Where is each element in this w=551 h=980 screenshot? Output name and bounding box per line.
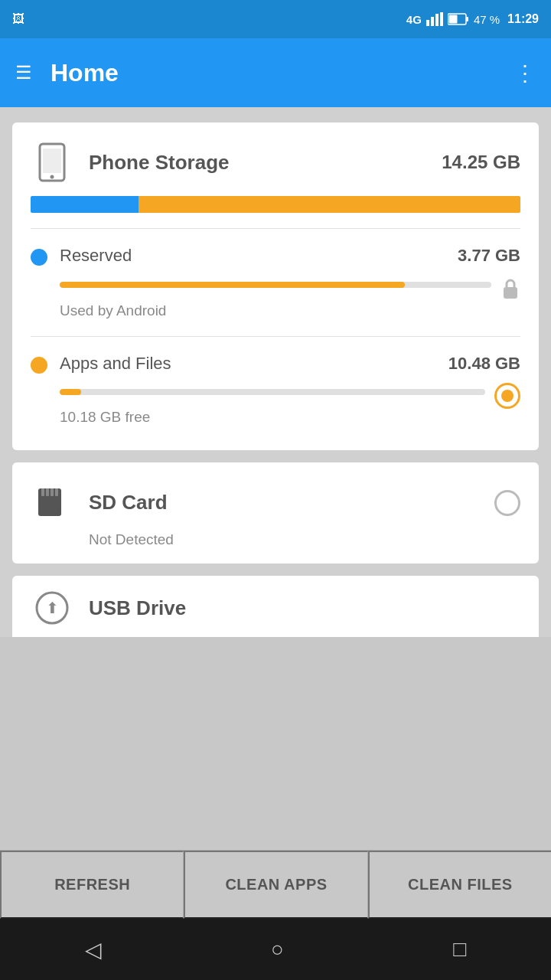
hamburger-icon[interactable]: ☰	[15, 62, 32, 83]
reserved-progress	[60, 282, 491, 288]
reserved-bar-row	[60, 273, 520, 302]
orange-segment	[139, 196, 520, 213]
storage-dual-bar	[31, 196, 520, 213]
reserved-dot	[31, 249, 47, 266]
status-icons: 4G 47 % 11:29	[406, 12, 539, 26]
radio-button[interactable]	[494, 383, 520, 409]
sd-card-card: SD Card Not Detected	[12, 462, 539, 564]
svg-rect-12	[41, 488, 44, 496]
apps-label: Apps and Files	[60, 354, 171, 374]
storage-total: 14.25 GB	[442, 152, 520, 173]
svg-rect-13	[46, 488, 49, 496]
apps-content: Apps and Files 10.48 GB 10.18 GB free	[60, 354, 520, 426]
signal-label: 4G	[406, 13, 422, 26]
apps-header: Apps and Files 10.48 GB	[60, 354, 520, 374]
phone-storage-card: Phone Storage 14.25 GB Reserved 3.77 GB	[12, 122, 539, 450]
page-title: Home	[51, 59, 514, 87]
more-options-icon[interactable]: ⋮	[514, 60, 536, 86]
usb-drive-icon: ⬆	[31, 586, 73, 629]
battery-icon	[448, 13, 469, 25]
divider-1	[31, 228, 520, 229]
svg-rect-3	[440, 12, 443, 26]
refresh-button[interactable]: REFRESH	[0, 851, 184, 919]
navigation-bar: ◁ ○ □	[0, 919, 551, 980]
usb-drive-title: USB Drive	[89, 596, 186, 620]
sd-card-sub: Not Detected	[89, 531, 520, 548]
apps-sub: 10.18 GB free	[60, 409, 150, 425]
svg-rect-10	[504, 287, 517, 299]
sd-card-header: SD Card	[31, 481, 520, 524]
reserved-value: 3.77 GB	[458, 246, 520, 266]
app-bar: ☰ Home ⋮	[0, 38, 551, 107]
phone-storage-icon	[31, 141, 73, 184]
sd-radio-empty	[494, 490, 520, 516]
apps-row: Apps and Files 10.48 GB 10.18 GB free	[31, 345, 520, 435]
apps-dot	[31, 357, 47, 374]
apps-value: 10.48 GB	[448, 354, 520, 374]
blue-segment	[31, 196, 139, 213]
svg-rect-14	[51, 488, 54, 496]
sd-card-title: SD Card	[89, 491, 485, 514]
svg-rect-1	[431, 17, 434, 26]
storage-title: Phone Storage	[89, 151, 442, 175]
usb-drive-card: ⬆ USB Drive	[12, 576, 539, 637]
svg-rect-2	[435, 14, 439, 26]
lock-icon	[500, 276, 520, 302]
svg-point-9	[51, 175, 54, 179]
svg-rect-5	[466, 17, 468, 21]
clean-files-button[interactable]: CLEAN FILES	[368, 851, 551, 919]
reserved-fill	[60, 282, 405, 288]
reserved-row: Reserved 3.77 GB Used by Android	[31, 237, 520, 328]
apps-progress	[60, 389, 485, 395]
status-bar: 🖼 4G 47 % 11:29	[0, 0, 551, 38]
apps-fill	[60, 389, 81, 395]
home-nav-icon[interactable]: ○	[271, 937, 284, 962]
battery-label: 47 %	[474, 13, 500, 26]
svg-text:⬆: ⬆	[46, 599, 59, 616]
svg-rect-0	[426, 20, 429, 26]
reserved-content: Reserved 3.77 GB Used by Android	[60, 246, 520, 319]
reserved-label: Reserved	[60, 246, 132, 266]
time-label: 11:29	[507, 12, 539, 26]
recent-nav-icon[interactable]: □	[453, 937, 466, 962]
reserved-header: Reserved 3.77 GB	[60, 246, 520, 266]
back-nav-icon[interactable]: ◁	[85, 937, 102, 962]
svg-rect-6	[448, 15, 457, 24]
main-content: Phone Storage 14.25 GB Reserved 3.77 GB	[0, 107, 551, 637]
clean-apps-button[interactable]: CLEAN APPS	[184, 851, 367, 919]
radio-inner	[501, 390, 514, 402]
apps-bar-row	[60, 381, 520, 409]
signal-icon	[426, 12, 443, 26]
status-bar-left: 🖼	[12, 12, 24, 26]
reserved-sub: Used by Android	[60, 302, 166, 318]
svg-rect-15	[55, 488, 58, 496]
sd-card-icon	[31, 481, 73, 524]
bottom-action-bar: REFRESH CLEAN APPS CLEAN FILES	[0, 850, 551, 919]
divider-2	[31, 336, 520, 337]
storage-header: Phone Storage 14.25 GB	[31, 141, 520, 184]
svg-rect-8	[43, 149, 61, 173]
